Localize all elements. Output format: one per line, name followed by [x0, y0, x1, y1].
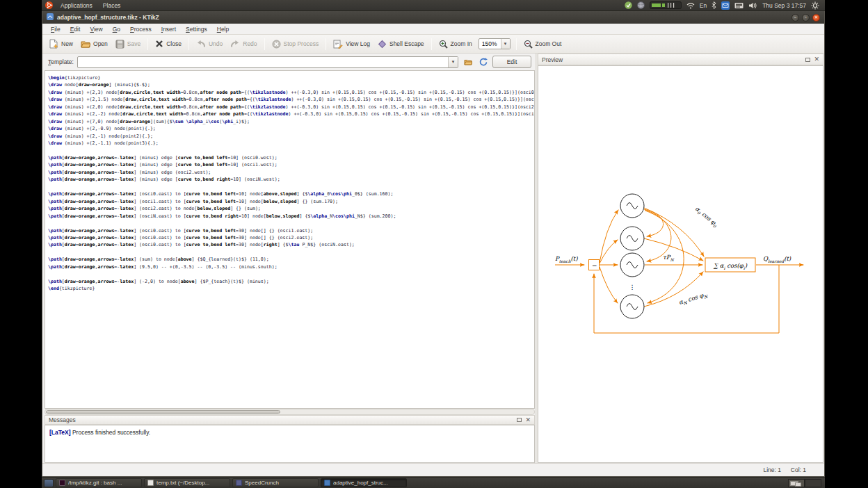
bluetooth-icon[interactable]	[712, 1, 716, 9]
gear-icon[interactable]	[811, 1, 819, 10]
zoom-level-value[interactable]: 150%	[479, 40, 501, 47]
code-line[interactable]: \path[draw=orange,arrows=-latex] (minus)…	[48, 169, 534, 176]
code-line[interactable]: \begin{tikzpicture}	[48, 74, 534, 81]
code-line[interactable]: \draw node[draw=orange] (minus){$-$};	[48, 81, 534, 88]
code-line[interactable]: \path[draw=orange,arrows=-latex] (9.5,0)…	[48, 263, 534, 270]
code-line[interactable]: \path[draw=orange,arrows=-latex] (osciN.…	[48, 213, 534, 220]
open-button[interactable]: Open	[77, 38, 111, 50]
titlebar[interactable]: adaptive_hopf_structure.tikz - KTikZ – ▫…	[42, 11, 824, 24]
code-line[interactable]: \draw (minus) +(2,1.5) node[draw,circle,…	[48, 96, 534, 103]
code-line[interactable]: \draw (minus) +(2,0) node[draw,circle,te…	[48, 104, 534, 111]
template-combobox[interactable]: ▼	[77, 56, 458, 68]
menu-help[interactable]: Help	[212, 24, 234, 34]
code-line[interactable]: \draw (minus) +(2,3) node[draw,circle,te…	[48, 89, 534, 96]
code-line[interactable]: \path[draw=orange,arrows=-latex] (minus)…	[48, 176, 534, 183]
save-button[interactable]: Save	[112, 38, 144, 51]
taskbar-item-label: adaptive_hopf_struc...	[333, 480, 388, 486]
wifi-icon[interactable]	[686, 2, 695, 9]
volume-icon[interactable]	[748, 2, 757, 9]
code-line[interactable]	[48, 147, 534, 154]
code-line[interactable]: \path[draw=orange,arrows=-latex] (osci0.…	[48, 234, 534, 241]
taskbar-item[interactable]: /tmp/ktikz.git : bash ...	[56, 478, 142, 487]
minimize-button[interactable]: –	[791, 14, 799, 22]
menu-settings[interactable]: Settings	[181, 24, 212, 34]
keyboard-icon[interactable]	[734, 2, 744, 9]
code-line[interactable]: \draw (minus) +(2,-1) node(point2){.};	[48, 133, 534, 140]
system-load-indicator[interactable]	[650, 1, 682, 9]
new-button-label: New	[61, 40, 73, 47]
code-line[interactable]: \path[draw=orange,arrows=-latex] (sum) t…	[48, 256, 534, 263]
workspace-switcher[interactable]	[788, 479, 821, 487]
code-line[interactable]: \draw (minus) +(2,-0.9) node(point){.};	[48, 125, 534, 132]
new-button[interactable]: New	[46, 37, 77, 51]
applications-menu[interactable]: Applications	[58, 1, 95, 10]
menu-insert[interactable]: Insert	[156, 24, 181, 34]
menu-go[interactable]: Go	[108, 24, 125, 34]
menu-edit[interactable]: Edit	[65, 24, 86, 34]
code-line[interactable]	[48, 249, 534, 256]
close-dock-icon[interactable]: ✕	[814, 57, 819, 62]
code-line[interactable]: \path[draw=orange,arrows=-latex] (minus)…	[48, 154, 534, 161]
zoom-level-combobox[interactable]: 150% ▼	[479, 38, 511, 49]
zoom-in-button[interactable]: Zoom In	[435, 38, 476, 51]
zoom-dropdown-arrow-icon[interactable]: ▼	[501, 39, 510, 49]
maximize-button[interactable]: ▫	[802, 14, 810, 22]
undo-button[interactable]: Undo	[193, 38, 226, 50]
code-line[interactable]: \path[draw=orange,arrows=-latex] (osci0.…	[48, 227, 534, 234]
view-log-button[interactable]: View Log	[330, 38, 373, 51]
taskbar-item[interactable]: temp.txt (~/Desktop...	[144, 478, 230, 487]
reload-template-button[interactable]	[477, 56, 489, 68]
minus-to-osci0-arrow	[600, 210, 618, 263]
close-dock-icon[interactable]: ✕	[525, 418, 531, 423]
taskbar-item[interactable]: SpeedCrunch	[232, 478, 319, 487]
workspace-1[interactable]	[788, 479, 805, 487]
taskbar-item-label: SpeedCrunch	[245, 480, 279, 486]
code-line[interactable]: \path[draw=orange,arrows=-latex] (-2,0) …	[48, 278, 534, 285]
clock[interactable]: Thu Sep 3 17:57	[762, 2, 806, 9]
menu-view[interactable]: View	[85, 24, 107, 34]
stop-process-button[interactable]: Stop Process	[268, 38, 323, 51]
close-file-button[interactable]: Close	[152, 38, 185, 50]
code-line[interactable]: \draw (minus) +(7,0) node[draw=orange](s…	[48, 118, 534, 125]
editor-horizontal-scrollbar[interactable]	[45, 409, 535, 415]
shell-escape-button[interactable]: Shell Escape	[374, 38, 428, 51]
ubuntu-logo-icon[interactable]	[45, 1, 53, 9]
scrollbar-thumb[interactable]	[46, 410, 280, 414]
code-line[interactable]	[48, 184, 534, 190]
edit-template-button[interactable]: Edit	[492, 56, 531, 68]
code-line[interactable]: \path[draw=orange,arrows=-latex] (osci0.…	[48, 190, 534, 197]
browse-template-button[interactable]	[462, 56, 474, 68]
open-button-label: Open	[93, 40, 108, 47]
code-line[interactable]: \path[draw=orange,arrows=-latex] (osci2.…	[48, 205, 534, 212]
messages-panel: [LaTeX] Process finished successfully.	[45, 425, 535, 463]
keyboard-layout-indicator[interactable]: En	[700, 2, 707, 9]
float-dock-icon[interactable]	[517, 418, 522, 422]
float-dock-icon[interactable]	[805, 58, 810, 62]
show-desktop-button[interactable]	[44, 479, 54, 487]
latex-tag: [LaTeX]	[49, 429, 71, 436]
preview-canvas[interactable]: − ⋮	[538, 65, 823, 463]
code-line[interactable]	[48, 270, 534, 277]
code-line[interactable]: \draw (minus) +(2,-2) node[draw,circle,t…	[48, 111, 534, 117]
updates-ok-icon[interactable]	[625, 1, 632, 9]
places-menu[interactable]: Places	[100, 1, 124, 10]
view-log-button-label: View Log	[346, 40, 370, 47]
code-line[interactable]	[48, 220, 534, 227]
session-globe-icon[interactable]	[637, 1, 645, 9]
workspace-2[interactable]	[805, 479, 821, 487]
redo-button[interactable]: Redo	[227, 38, 260, 50]
menu-process[interactable]: Process	[125, 24, 156, 34]
toolbar-separator	[431, 38, 432, 50]
mail-icon[interactable]	[721, 1, 730, 10]
zoom-out-button[interactable]: Zoom Out	[520, 38, 565, 51]
menu-file[interactable]: File	[46, 24, 65, 34]
code-line[interactable]: \path[draw=orange,arrows=-latex] (osci1.…	[48, 198, 534, 205]
template-dropdown-arrow-icon[interactable]: ▼	[448, 57, 458, 67]
code-editor[interactable]: \begin{tikzpicture}\draw node[draw=orang…	[45, 70, 535, 409]
code-line[interactable]: \path[draw=orange,arrows=-latex] (minus)…	[48, 161, 534, 168]
code-line[interactable]: \end{tikzpicture}	[48, 285, 534, 292]
close-window-button[interactable]: ✕	[812, 14, 820, 22]
taskbar-item[interactable]: adaptive_hopf_struc...	[321, 478, 407, 487]
code-line[interactable]: \draw (minus) +(2,-1.1) node(point3){.};	[48, 140, 534, 147]
code-line[interactable]: \path[draw=orange,arrows=-latex] (osci0.…	[48, 241, 534, 248]
